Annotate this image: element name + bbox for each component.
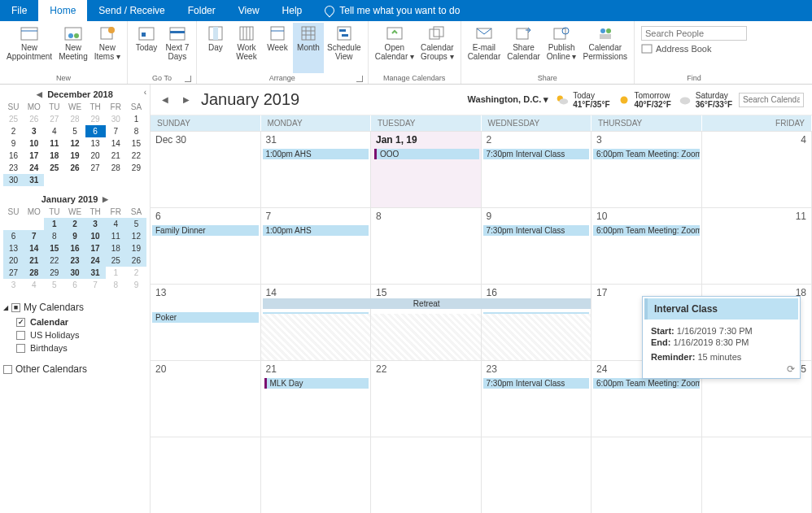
mini-cal-day[interactable]: 12 bbox=[64, 137, 85, 150]
week-button[interactable]: Week bbox=[262, 23, 293, 73]
other-calendars-header[interactable]: Other Calendars bbox=[3, 361, 146, 377]
my-calendars-checkbox[interactable]: ■ bbox=[11, 303, 20, 312]
day-cell[interactable]: 141:00pm AHS bbox=[261, 285, 372, 360]
calendar-event[interactable]: 6:00pm Team Meeting: Zoom bbox=[593, 378, 700, 389]
schedule-view-button[interactable]: ScheduleView bbox=[324, 23, 365, 73]
mini-cal-day[interactable]: 19 bbox=[126, 242, 146, 254]
next7-button[interactable]: Next 7Days bbox=[162, 23, 193, 73]
mini-cal-day[interactable]: 23 bbox=[3, 162, 24, 174]
work-week-button[interactable]: WorkWeek bbox=[231, 23, 262, 73]
mini-cal-day[interactable]: 15 bbox=[44, 242, 64, 254]
mini-cal-day[interactable]: 14 bbox=[24, 242, 44, 254]
mini-cal-day[interactable]: 18 bbox=[44, 150, 64, 162]
day-cell[interactable]: 97:30pm Interval Class bbox=[482, 208, 592, 284]
day-cell[interactable]: 71:00pm AHS bbox=[261, 208, 372, 284]
day-cell[interactable]: Jan 1, 19OOO bbox=[371, 132, 482, 207]
my-calendars-header[interactable]: ◢ ■ My Calendars bbox=[3, 299, 146, 315]
mini-cal-day[interactable]: 6 bbox=[85, 125, 106, 137]
day-cell[interactable]: 6Family Dinner bbox=[151, 208, 261, 284]
mini-cal-day[interactable]: 9 bbox=[126, 279, 146, 291]
mini-cal-day[interactable]: 6 bbox=[3, 230, 24, 242]
day-cell[interactable]: 20 bbox=[151, 361, 261, 437]
calendar-event[interactable]: 6:00pm Team Meeting: Zoom bbox=[593, 225, 700, 236]
day-cell[interactable] bbox=[482, 437, 592, 513]
day-cell[interactable]: 13Poker bbox=[151, 285, 261, 360]
mini-cal-day[interactable]: 29 bbox=[44, 267, 64, 279]
cal-prev-button[interactable]: ◀ bbox=[159, 95, 172, 104]
day-cell[interactable]: 4 bbox=[702, 132, 813, 207]
mini-cal-day[interactable]: 3 bbox=[24, 125, 44, 137]
mini-cal-day[interactable]: 27 bbox=[44, 113, 64, 125]
day-cell[interactable]: 21MLK Day bbox=[261, 361, 372, 437]
calendar-event[interactable]: OOO bbox=[374, 149, 479, 159]
cal-next-button[interactable]: ▶ bbox=[180, 95, 193, 104]
mini-cal-day[interactable]: 13 bbox=[3, 242, 24, 254]
mini-cal-day[interactable]: 26 bbox=[24, 113, 44, 125]
mini-cal-day[interactable]: 9 bbox=[3, 137, 24, 150]
day-cell[interactable]: 16Retreat7:30pm Interval Class bbox=[482, 285, 592, 360]
mini-cal-day[interactable]: 10 bbox=[24, 137, 44, 150]
mini-cal-day[interactable]: 29 bbox=[126, 162, 146, 174]
mini-cal-day[interactable]: 28 bbox=[64, 113, 85, 125]
day-cell[interactable]: 311:00pm AHS bbox=[261, 132, 372, 207]
mini-cal-day[interactable]: 21 bbox=[106, 150, 126, 162]
publish-online-button[interactable]: PublishOnline ▾ bbox=[544, 23, 580, 73]
tell-me-search[interactable]: Tell me what you want to do bbox=[313, 0, 471, 21]
mini-cal-day[interactable] bbox=[3, 218, 24, 230]
weather-location[interactable]: Washington, D.C. ▾ bbox=[468, 94, 549, 105]
us-holidays-checkbox[interactable] bbox=[16, 331, 25, 340]
menu-folder[interactable]: Folder bbox=[177, 0, 227, 21]
mini-cal-day[interactable]: 12 bbox=[126, 230, 146, 242]
us-holidays-item[interactable]: US Holidays bbox=[3, 328, 146, 341]
calendar-event[interactable]: Family Dinner bbox=[152, 225, 259, 236]
mini-cal-day[interactable]: 4 bbox=[24, 279, 44, 291]
mini-cal-day[interactable]: 29 bbox=[85, 113, 106, 125]
mini-cal-day[interactable]: 3 bbox=[85, 218, 106, 230]
day-cell[interactable]: 27:30pm Interval Class bbox=[482, 132, 592, 207]
day-view-button[interactable]: Day bbox=[200, 23, 231, 73]
email-calendar-button[interactable]: E-mailCalendar bbox=[465, 23, 504, 73]
menu-help[interactable]: Help bbox=[271, 0, 314, 21]
mini-cal-day[interactable]: 31 bbox=[24, 174, 44, 186]
mini-cal-day[interactable]: 26 bbox=[126, 254, 146, 267]
mini-cal-day[interactable]: 11 bbox=[106, 230, 126, 242]
mini-cal-day[interactable]: 28 bbox=[24, 267, 44, 279]
mini-cal-day[interactable]: 15 bbox=[126, 137, 146, 150]
search-calendar-input[interactable] bbox=[739, 93, 804, 107]
mini-cal-day[interactable]: 2 bbox=[3, 125, 24, 137]
mini-cal-day[interactable]: 6 bbox=[64, 279, 85, 291]
day-cell[interactable] bbox=[261, 437, 372, 513]
day-cell[interactable]: 106:00pm Team Meeting: Zoom bbox=[592, 208, 702, 284]
day-cell[interactable]: 237:30pm Interval Class bbox=[482, 361, 592, 437]
mini-cal-day[interactable]: 1 bbox=[106, 267, 126, 279]
calendar-event[interactable]: 7:30pm Interval Class bbox=[483, 378, 590, 389]
mini-cal-day[interactable]: 23 bbox=[64, 254, 85, 267]
mini-cal-day[interactable]: 7 bbox=[85, 279, 106, 291]
calendar-item[interactable]: ✓Calendar bbox=[3, 315, 146, 328]
mini-cal-day[interactable]: 2 bbox=[64, 218, 85, 230]
mini-cal-day[interactable]: 25 bbox=[3, 113, 24, 125]
day-cell[interactable]: 11 bbox=[702, 208, 813, 284]
day-cell[interactable] bbox=[702, 437, 813, 513]
mini-cal-day[interactable]: 4 bbox=[106, 218, 126, 230]
mini-cal-day[interactable]: 14 bbox=[106, 137, 126, 150]
mini-cal-day[interactable]: 24 bbox=[85, 254, 106, 267]
mini-cal-day[interactable]: 20 bbox=[3, 254, 24, 267]
mini-cal-day[interactable]: 5 bbox=[126, 218, 146, 230]
mini-cal-day[interactable]: 17 bbox=[24, 150, 44, 162]
mini-cal-prev[interactable]: ◀ bbox=[37, 90, 42, 98]
day-cell[interactable]: Dec 30 bbox=[151, 132, 261, 207]
mini-cal-day[interactable]: 8 bbox=[126, 125, 146, 137]
mini-cal-day[interactable]: 27 bbox=[3, 267, 24, 279]
mini-cal-day[interactable]: 18 bbox=[106, 242, 126, 254]
mini-cal-day[interactable] bbox=[24, 218, 44, 230]
open-calendar-button[interactable]: OpenCalendar ▾ bbox=[372, 23, 417, 73]
calendar-event[interactable]: 7:30pm Interval Class bbox=[483, 149, 590, 159]
day-cell[interactable] bbox=[371, 437, 482, 513]
day-cell[interactable]: 15 bbox=[371, 285, 482, 360]
goto-dialog-launcher[interactable] bbox=[185, 76, 191, 82]
calendar-event[interactable]: 1:00pm AHS bbox=[263, 225, 369, 236]
mini-cal-day[interactable]: 8 bbox=[106, 279, 126, 291]
mini-cal-day[interactable]: 28 bbox=[106, 162, 126, 174]
mini-cal-day[interactable]: 1 bbox=[126, 113, 146, 125]
